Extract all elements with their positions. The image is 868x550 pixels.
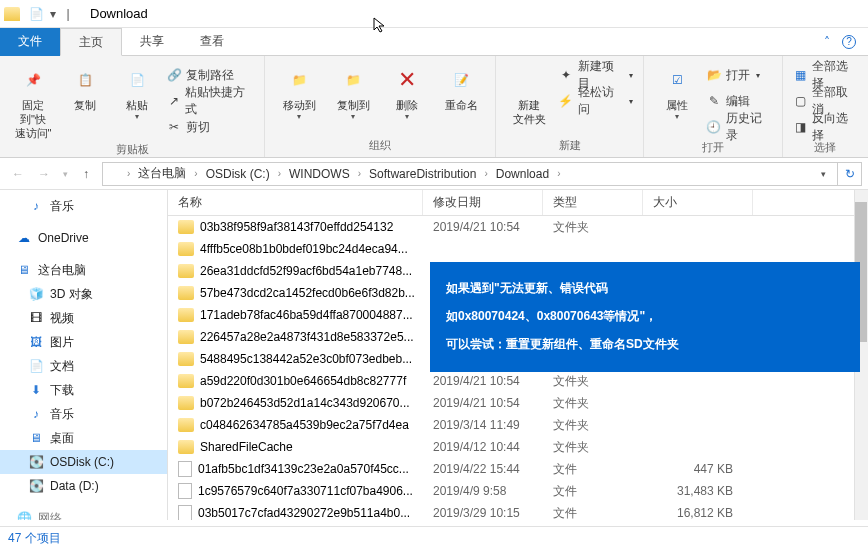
refresh-button[interactable]: ↻ [837, 163, 861, 185]
table-row[interactable]: 01afb5bc1df34139c23e2a0a570f45cc...2019/… [168, 458, 868, 480]
chevron-down-icon: ▾ [351, 112, 355, 121]
breadcrumb-seg[interactable]: SoftwareDistribution [363, 167, 482, 181]
music-icon: ♪ [28, 406, 44, 422]
qa-save-icon[interactable]: 📄 [24, 2, 48, 26]
breadcrumb-sep[interactable]: › [192, 168, 199, 179]
file-name: 26ea31ddcfd52f99acf6bd54a1eb7748... [200, 264, 412, 278]
table-row[interactable]: 4fffb5ce08b1b0bdef019bc24d4eca94... [168, 238, 868, 260]
breadcrumb-seg[interactable]: WINDOWS [283, 167, 356, 181]
chevron-down-icon: ▾ [135, 112, 139, 121]
nav-downloads[interactable]: ⬇下载 [0, 378, 167, 402]
col-name[interactable]: 名称 [168, 190, 423, 215]
select-all-button[interactable]: ▦全部选择 [793, 64, 858, 86]
rename-button[interactable]: 📝 重命名 [437, 60, 485, 112]
breadcrumb-seg[interactable]: OSDisk (C:) [200, 167, 276, 181]
nav-documents[interactable]: 📄文档 [0, 354, 167, 378]
breadcrumb-seg[interactable]: 这台电脑 [132, 165, 192, 182]
file-name: a59d220f0d301b0e646654db8c82777f [200, 374, 406, 388]
file-name: 5488495c138442a52e3c0bf073edbeb... [200, 352, 412, 366]
cut-button[interactable]: ✂剪切 [166, 116, 254, 138]
properties-button[interactable]: ☑ 属性 ▾ [654, 60, 700, 121]
file-date: 2019/4/22 15:44 [423, 462, 543, 476]
folder-icon [178, 242, 194, 256]
table-row[interactable]: c048462634785a4539b9ec2a75f7d4ea2019/3/1… [168, 414, 868, 436]
table-row[interactable]: 03b5017c7cfad43290272e9b511a4b0...2019/3… [168, 502, 868, 520]
table-row[interactable]: SharedFileCache2019/4/12 10:44文件夹 [168, 436, 868, 458]
file-icon [178, 505, 192, 520]
download-icon: ⬇ [28, 382, 44, 398]
nav-onedrive[interactable]: ☁OneDrive [0, 226, 167, 250]
group-clipboard: 📌 固定到"快 速访问" 📋 复制 📄 粘贴 ▾ 🔗复制路径 ↗粘贴快捷方式 ✂… [0, 56, 265, 157]
breadcrumb-sep[interactable]: › [276, 168, 283, 179]
paste-shortcut-button[interactable]: ↗粘贴快捷方式 [166, 90, 254, 112]
forward-button[interactable]: → [32, 162, 56, 186]
copy-icon: 📋 [69, 64, 101, 96]
nav-music[interactable]: ♪音乐 [0, 194, 167, 218]
copy-to-icon: 📁 [337, 64, 369, 96]
breadcrumb-sep[interactable]: › [555, 168, 562, 179]
file-type: 文件夹 [543, 373, 643, 390]
file-date: 2019/4/21 10:54 [423, 220, 543, 234]
recent-dropdown[interactable]: ▾ [58, 162, 72, 186]
new-item-button[interactable]: ✦新建项目▾ [558, 64, 633, 86]
breadcrumb[interactable]: › 这台电脑 › OSDisk (C:) › WINDOWS › Softwar… [102, 162, 862, 186]
nav-desktop[interactable]: 🖥桌面 [0, 426, 167, 450]
breadcrumb-seg[interactable]: Download [490, 167, 555, 181]
table-row[interactable]: a59d220f0d301b0e646654db8c82777f2019/4/2… [168, 370, 868, 392]
file-date: 2019/3/14 11:49 [423, 418, 543, 432]
file-name: 01afb5bc1df34139c23e2a0a570f45cc... [198, 462, 409, 476]
easy-access-button[interactable]: ⚡轻松访问▾ [558, 90, 633, 112]
copy-to-button[interactable]: 📁 复制到 ▾ [329, 60, 377, 121]
tab-file[interactable]: 文件 [0, 28, 60, 56]
nav-3dobjects[interactable]: 🧊3D 对象 [0, 282, 167, 306]
table-row[interactable]: 03b38f958f9af38143f70effdd2541322019/4/2… [168, 216, 868, 238]
copy-button[interactable]: 📋 复制 [62, 60, 108, 112]
col-type[interactable]: 类型 [543, 190, 643, 215]
col-date[interactable]: 修改日期 [423, 190, 543, 215]
delete-icon: ✕ [391, 64, 423, 96]
breadcrumb-dropdown[interactable]: ▾ [821, 169, 837, 179]
pin-button[interactable]: 📌 固定到"快 速访问" [10, 60, 56, 140]
breadcrumb-icon[interactable] [103, 168, 125, 179]
copy-path-button[interactable]: 🔗复制路径 [166, 64, 254, 86]
nav-videos[interactable]: 🎞视频 [0, 306, 167, 330]
file-name: 226457a28e2a4873f431d8e583372e5... [200, 330, 414, 344]
nav-data[interactable]: 💽Data (D:) [0, 474, 167, 498]
tab-view[interactable]: 查看 [182, 28, 242, 56]
breadcrumb-sep[interactable]: › [482, 168, 489, 179]
file-name: 171adeb78fac46ba59d4ffa870004887... [200, 308, 413, 322]
item-count: 47 个项目 [8, 530, 61, 547]
delete-button[interactable]: ✕ 删除 ▾ [383, 60, 431, 121]
history-button[interactable]: 🕘历史记录 [706, 116, 771, 138]
back-button[interactable]: ← [6, 162, 30, 186]
nav-network[interactable]: 🌐网络 [0, 506, 167, 520]
win-sys-icon[interactable] [0, 2, 24, 26]
file-type: 文件 [543, 505, 643, 521]
tab-share[interactable]: 共享 [122, 28, 182, 56]
rename-icon: 📝 [445, 64, 477, 96]
help-icon[interactable]: ? [842, 35, 856, 49]
nav-osdisk[interactable]: 💽OSDisk (C:) [0, 450, 167, 474]
paste-button[interactable]: 📄 粘贴 ▾ [114, 60, 160, 121]
invert-button[interactable]: ◨反向选择 [793, 116, 858, 138]
ribbon-minimize-icon[interactable]: ˄ [824, 35, 830, 49]
nav-pictures[interactable]: 🖼图片 [0, 330, 167, 354]
breadcrumb-sep[interactable]: › [356, 168, 363, 179]
open-button[interactable]: 📂打开▾ [706, 64, 771, 86]
edit-button[interactable]: ✎编辑 [706, 90, 771, 112]
new-folder-button[interactable]: 新建 文件夹 [506, 60, 552, 126]
easy-access-icon: ⚡ [558, 93, 573, 109]
tab-home[interactable]: 主页 [60, 28, 122, 56]
select-none-button[interactable]: ▢全部取消 [793, 90, 858, 112]
group-open: ☑ 属性 ▾ 📂打开▾ ✎编辑 🕘历史记录 打开 [644, 56, 782, 157]
nav-music2[interactable]: ♪音乐 [0, 402, 167, 426]
table-row[interactable]: b072b246453d52d1a14c343d920670...2019/4/… [168, 392, 868, 414]
up-button[interactable]: ↑ [74, 162, 98, 186]
col-size[interactable]: 大小 [643, 190, 753, 215]
disk-icon: 💽 [28, 454, 44, 470]
nav-thispc[interactable]: 🖥这台电脑 [0, 258, 167, 282]
breadcrumb-sep[interactable]: › [125, 168, 132, 179]
table-row[interactable]: 1c9576579c640f7a330711cf07ba4906...2019/… [168, 480, 868, 502]
group-select: ▦全部选择 ▢全部取消 ◨反向选择 选择 [783, 56, 868, 157]
move-to-button[interactable]: 📁 移动到 ▾ [275, 60, 323, 121]
